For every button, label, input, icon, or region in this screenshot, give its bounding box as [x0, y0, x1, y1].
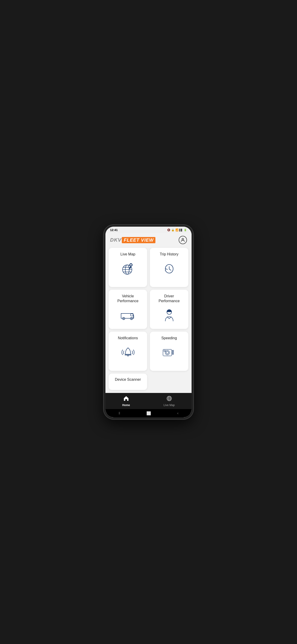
signal-icon: ▌▌ — [180, 229, 183, 231]
svg-rect-23 — [172, 352, 173, 353]
nav-home-label: Home — [122, 404, 130, 407]
speed-camera-icon — [161, 344, 178, 361]
home-icon — [123, 396, 129, 403]
svg-point-7 — [130, 264, 132, 265]
nav-live-map[interactable]: Live Map — [159, 394, 179, 408]
svg-point-20 — [166, 351, 168, 354]
svg-rect-11 — [130, 314, 133, 316]
menu-grid: Live Map — [106, 246, 192, 393]
app-content: DKV FLEET VIEW Live Map — [106, 233, 192, 393]
notifications-card[interactable]: Notifications — [109, 332, 147, 371]
status-icons: 🔇 🔒 📶 ▌▌ 🔋 — [167, 228, 187, 232]
svg-point-19 — [165, 350, 170, 355]
svg-point-0 — [182, 238, 184, 240]
speeding-label: Speeding — [162, 336, 177, 341]
logo-fleet: FLEET VIEW — [122, 237, 156, 243]
logo-container: DKV FLEET VIEW — [110, 237, 156, 243]
nav-live-map-label: Live Map — [164, 404, 175, 407]
back-button[interactable]: ‹ — [177, 411, 178, 415]
battery-icon: 🔋 — [184, 228, 187, 232]
svg-point-12 — [122, 317, 125, 320]
app-header: DKV FLEET VIEW — [106, 233, 192, 246]
recent-apps-button[interactable]: ⦀ — [118, 411, 120, 415]
status-bar: 12:41 🔇 🔒 📶 ▌▌ 🔋 — [106, 227, 192, 233]
notifications-label: Notifications — [118, 336, 138, 341]
svg-rect-24 — [172, 353, 173, 354]
device-scanner-label: Device Scanner — [115, 377, 141, 382]
wifi-icon: 📶 — [176, 228, 179, 232]
live-map-card[interactable]: Live Map — [109, 248, 147, 287]
driver-performance-label: Driver Performance — [159, 294, 180, 304]
vehicle-performance-card[interactable]: Vehicle Performance — [109, 290, 147, 329]
svg-rect-21 — [164, 350, 165, 352]
driver-performance-card[interactable]: Driver Performance — [150, 290, 188, 329]
home-button[interactable]: ⬜ — [146, 411, 151, 416]
trip-history-card[interactable]: Trip History — [150, 248, 188, 287]
globe-nav-icon — [166, 396, 172, 403]
globe-pin-icon — [120, 260, 136, 277]
mute-icon: 🔇 — [167, 228, 170, 232]
live-map-label: Live Map — [120, 252, 136, 257]
svg-rect-22 — [172, 350, 173, 351]
bottom-nav: Home Live Map — [106, 393, 192, 409]
nav-home[interactable]: Home — [118, 394, 134, 408]
van-icon — [120, 307, 136, 324]
clock-history-icon — [161, 260, 178, 277]
trip-history-label: Trip History — [160, 252, 178, 257]
driver-icon — [161, 307, 178, 324]
android-nav: ⦀ ⬜ ‹ — [106, 409, 192, 417]
vehicle-performance-label: Vehicle Performance — [118, 294, 138, 304]
svg-line-9 — [169, 269, 171, 270]
profile-button[interactable] — [179, 236, 187, 244]
svg-point-13 — [130, 317, 132, 320]
logo-dkv: DKV — [110, 237, 121, 243]
lock-icon: 🔒 — [171, 228, 174, 232]
svg-line-25 — [172, 350, 172, 351]
phone-frame: 12:41 🔇 🔒 📶 ▌▌ 🔋 DKV FLEET VIEW — [104, 225, 194, 419]
speeding-card[interactable]: Speeding — [150, 332, 188, 371]
time: 12:41 — [110, 228, 118, 232]
device-scanner-card[interactable]: Device Scanner — [109, 374, 147, 390]
bell-notification-icon — [120, 344, 136, 361]
